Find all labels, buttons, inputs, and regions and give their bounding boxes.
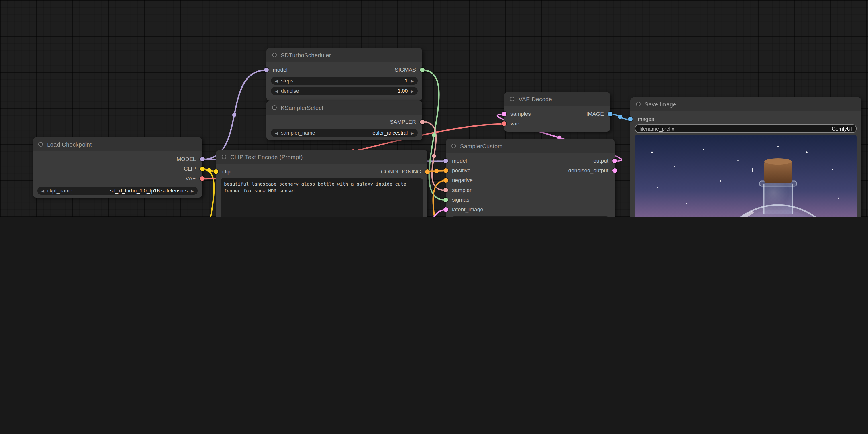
node-sampler-custom[interactable]: SamplerCustom model output positive deno… xyxy=(446,139,615,217)
node-title: Save Image xyxy=(645,101,676,107)
widget-value[interactable]: ComfyUI xyxy=(832,126,852,131)
node-vae-decode[interactable]: VAE Decode samples IMAGE vae xyxy=(504,92,610,132)
widget-value[interactable]: 1 xyxy=(405,78,408,84)
port-row: SAMPLER xyxy=(267,117,422,127)
node-ksamplerselect[interactable]: KSamplerSelect SAMPLER ◀ sampler_name eu… xyxy=(267,101,422,140)
widget-label: denoise xyxy=(281,88,299,94)
prev-option-icon[interactable]: ◀ xyxy=(41,189,44,193)
input-port-samples[interactable] xyxy=(502,111,506,116)
node-title: SamplerCustom xyxy=(460,143,503,149)
node-save-image[interactable]: Save Image images filename_prefix ComfyU… xyxy=(630,97,861,217)
output-port-denoised-output[interactable] xyxy=(613,168,617,173)
node-header[interactable]: SamplerCustom xyxy=(446,139,615,153)
widget-value[interactable]: euler_ancestral xyxy=(372,130,408,136)
input-label-latent-image: latent_image xyxy=(452,206,483,212)
node-clip-text-encode-positive[interactable]: CLIP Text Encode (Prompt) clip CONDITION… xyxy=(216,150,427,217)
output-label-sampler: SAMPLER xyxy=(390,119,416,125)
node-title: VAE Decode xyxy=(519,96,552,102)
output-port-sigmas[interactable] xyxy=(420,67,425,72)
node-header[interactable]: Save Image xyxy=(630,97,861,111)
denoise-widget[interactable]: ◀ denoise 1.00 ▶ xyxy=(271,87,418,95)
wire-clip-to-negative-encode[interactable] xyxy=(202,169,216,217)
input-label-clip: clip xyxy=(222,168,230,175)
node-title: CLIP Text Encode (Prompt) xyxy=(230,154,303,160)
node-header[interactable]: CLIP Text Encode (Prompt) xyxy=(216,150,427,164)
input-port-latent-image[interactable] xyxy=(443,207,448,211)
decrement-icon[interactable]: ◀ xyxy=(275,79,278,83)
input-port-model[interactable] xyxy=(264,67,269,72)
input-label-sampler: sampler xyxy=(452,187,471,193)
steps-widget[interactable]: ◀ steps 1 ▶ xyxy=(271,77,418,85)
next-option-icon[interactable]: ▶ xyxy=(410,131,414,135)
output-label-vae: VAE xyxy=(185,175,196,181)
fox-in-bottle-illustration xyxy=(635,135,857,217)
node-header[interactable]: VAE Decode xyxy=(504,92,610,106)
preview-image xyxy=(635,135,857,217)
graph-canvas[interactable]: SDTurboScheduler model SIGMAS ◀ steps 1 … xyxy=(0,0,868,217)
input-port-vae[interactable] xyxy=(502,121,506,126)
output-label-conditioning: CONDITIONING xyxy=(381,168,421,175)
input-port-negative[interactable] xyxy=(443,178,448,182)
port-row: sampler xyxy=(446,185,615,195)
input-port-images[interactable] xyxy=(628,116,632,121)
output-label-output: output xyxy=(593,158,609,164)
node-header[interactable]: KSamplerSelect xyxy=(267,101,422,114)
next-option-icon[interactable]: ▶ xyxy=(190,189,194,193)
port-row: vae xyxy=(504,119,610,128)
prompt-textarea[interactable]: beautiful landscape scenery glass bottle… xyxy=(221,178,423,217)
collapse-dot-icon[interactable] xyxy=(452,144,456,148)
node-title: KSamplerSelect xyxy=(281,104,323,111)
collapse-dot-icon[interactable] xyxy=(272,53,277,57)
prev-option-icon[interactable]: ◀ xyxy=(275,131,278,135)
input-label-vae: vae xyxy=(510,120,519,127)
widget-label: sampler_name xyxy=(281,130,315,136)
input-port-sigmas[interactable] xyxy=(443,197,448,202)
node-sdturboscheduler[interactable]: SDTurboScheduler model SIGMAS ◀ steps 1 … xyxy=(267,48,422,101)
port-row: model SIGMAS xyxy=(267,65,422,74)
input-port-model[interactable] xyxy=(443,158,448,163)
input-port-sampler[interactable] xyxy=(443,188,448,192)
node-header[interactable]: Load Checkpoint xyxy=(33,137,202,151)
input-port-positive[interactable] xyxy=(443,168,448,173)
output-port-vae[interactable] xyxy=(200,176,205,181)
node-title: SDTurboScheduler xyxy=(281,52,331,58)
output-label-image: IMAGE xyxy=(586,110,604,117)
input-label-sigmas: sigmas xyxy=(452,196,469,203)
decrement-icon[interactable]: ◀ xyxy=(275,89,278,93)
node-load-checkpoint[interactable]: Load Checkpoint MODEL CLIP VAE ◀ ckpt_na… xyxy=(33,137,202,198)
port-row: latent_image xyxy=(446,204,615,214)
collapse-dot-icon[interactable] xyxy=(272,105,277,110)
widget-value[interactable]: sd_xl_turbo_1.0_fp16.safetensors xyxy=(110,188,188,194)
input-label-samples: samples xyxy=(510,110,531,117)
widget-value[interactable]: 1.00 xyxy=(398,88,408,94)
output-port-model[interactable] xyxy=(200,157,205,161)
port-row: positive denoised_output xyxy=(446,165,615,175)
port-row: images xyxy=(630,114,861,124)
port-row: model output xyxy=(446,156,615,165)
node-header[interactable]: SDTurboScheduler xyxy=(267,48,422,62)
output-port-sampler[interactable] xyxy=(420,120,425,124)
sampler-name-widget[interactable]: ◀ sampler_name euler_ancestral ▶ xyxy=(271,129,418,137)
increment-icon[interactable]: ▶ xyxy=(410,79,414,83)
output-label-model: MODEL xyxy=(177,156,196,162)
increment-icon[interactable]: ▶ xyxy=(410,89,414,93)
output-port-clip[interactable] xyxy=(200,166,205,171)
collapse-dot-icon[interactable] xyxy=(636,102,641,106)
input-label-positive: positive xyxy=(452,167,470,173)
wire-latent[interactable] xyxy=(427,210,446,217)
widget-label: filename_prefix xyxy=(640,126,674,131)
output-port-image[interactable] xyxy=(608,111,613,116)
widget-label: ckpt_name xyxy=(47,188,72,194)
collapse-dot-icon[interactable] xyxy=(510,97,515,101)
port-row: CLIP xyxy=(33,164,202,173)
collapse-dot-icon[interactable] xyxy=(38,142,43,146)
input-port-clip[interactable] xyxy=(214,169,218,174)
ckpt-name-widget[interactable]: ◀ ckpt_name sd_xl_turbo_1.0_fp16.safeten… xyxy=(37,187,198,195)
input-label-images: images xyxy=(637,116,654,122)
output-port-output[interactable] xyxy=(613,158,617,163)
filename-prefix-widget[interactable]: filename_prefix ComfyUI xyxy=(635,124,857,133)
add-noise-toggle[interactable]: add_noise true xyxy=(450,216,610,217)
input-label-model: model xyxy=(273,66,288,73)
output-port-conditioning[interactable] xyxy=(425,169,430,174)
collapse-dot-icon[interactable] xyxy=(222,155,226,159)
